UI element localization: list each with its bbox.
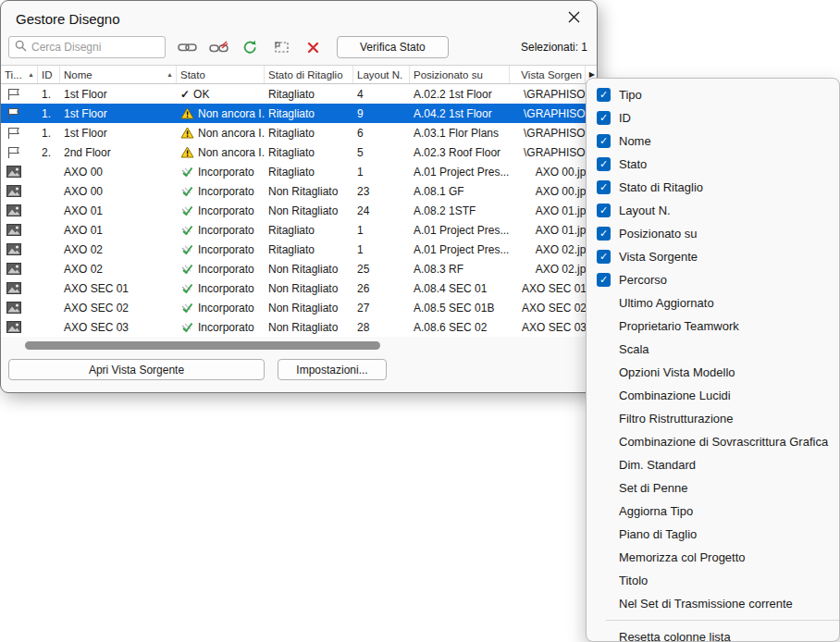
settings-button[interactable]: Impostazioni...: [278, 359, 387, 380]
table-row[interactable]: AXO 00IncorporatoRitagliato1A.01 Project…: [1, 162, 597, 181]
menu-item-memorizza-col-progetto[interactable]: Memorizza col Progetto: [587, 546, 839, 569]
menu-item-posizionato-su[interactable]: ✓Posizionato su: [587, 222, 839, 245]
table-row[interactable]: AXO SEC 03IncorporatoNon Ritagliato28A.0…: [1, 317, 597, 337]
unchecked-checkbox: [597, 296, 611, 310]
menu-item-ultimo-aggiornato[interactable]: Ultimo Aggiornato: [587, 291, 839, 315]
menu-item-nel-set-di-trasmissione-corrente[interactable]: Nel Set di Trasmissione corrente: [587, 592, 839, 615]
cell-layout-number: 6: [353, 123, 410, 142]
cell-status: Incorporato: [177, 298, 265, 317]
table-row[interactable]: AXO 00IncorporatoNon Ritagliato23A.08.1 …: [1, 181, 597, 201]
drawing-manager-dialog: Gestore Disegno Verifica Stato Seleziona…: [0, 0, 598, 393]
table-row[interactable]: 1.1st FloorNon ancora I...Ritagliato9A.0…: [1, 104, 597, 123]
image-icon: [6, 263, 21, 275]
toolbar-icons: [175, 36, 326, 58]
cell-placed-on: A.04.2 1st Floor: [410, 104, 510, 123]
table-row[interactable]: AXO 01IncorporatoNon Ritagliato24A.08.2 …: [1, 201, 597, 220]
cell-placed-on: A.01 Project Pres...: [410, 162, 510, 181]
horizontal-scrollbar-thumb[interactable]: [25, 341, 380, 350]
table-row[interactable]: AXO SEC 01IncorporatoNon Ritagliato26A.0…: [1, 278, 597, 298]
table-row[interactable]: AXO 02IncorporatoNon Ritagliato25A.08.3 …: [1, 259, 597, 278]
cell-name: AXO 00: [60, 181, 177, 201]
search-box[interactable]: [8, 36, 166, 58]
cell-name: AXO SEC 02: [60, 298, 177, 317]
menu-item-label: Combinazione Lucidi: [619, 389, 731, 402]
column-header-stato-di-ritaglio[interactable]: Stato di Ritaglio: [265, 66, 353, 83]
column-header-vista-sorgen[interactable]: Vista Sorgen: [510, 66, 586, 83]
unchecked-checkbox: [597, 342, 611, 356]
column-header-posizionato-su[interactable]: Posizionato su: [410, 66, 510, 83]
table-row[interactable]: AXO SEC 02IncorporatoNon Ritagliato27A.0…: [1, 298, 597, 317]
image-icon: [6, 204, 21, 216]
column-header-nome[interactable]: Nome▲: [60, 66, 177, 83]
cell-status: Incorporato: [177, 317, 265, 337]
link-drawing-button[interactable]: [175, 36, 200, 58]
column-header-ti[interactable]: Ti...▲: [1, 66, 38, 83]
menu-item-stato[interactable]: ✓Stato: [587, 153, 839, 176]
menu-item-tipo[interactable]: ✓Tipo: [587, 83, 839, 106]
menu-separator: [606, 620, 839, 621]
table-row[interactable]: AXO 02IncorporatoRitagliato1A.01 Project…: [1, 240, 597, 259]
checked-checkbox-icon: ✓: [597, 111, 611, 125]
menu-item-vista-sorgente[interactable]: ✓Vista Sorgente: [587, 245, 839, 268]
cell-layout-number: 28: [353, 317, 410, 337]
menu-item-stato-di-ritaglio[interactable]: ✓Stato di Ritaglio: [587, 176, 839, 199]
cell-source-view: \GRAPHISOF: [510, 104, 597, 123]
image-icon: [6, 302, 21, 314]
cell-name: AXO 01: [60, 220, 177, 240]
menu-item-proprietario-teamwork[interactable]: Proprietario Teamwork: [587, 315, 839, 338]
cell-id: 1.: [38, 84, 60, 104]
menu-item-piano-di-taglio[interactable]: Piano di Taglio: [587, 523, 839, 546]
cell-type: [1, 84, 38, 104]
embedded-icon: [180, 263, 194, 276]
horizontal-scrollbar[interactable]: [5, 341, 593, 351]
delete-button[interactable]: [301, 36, 326, 58]
menu-item-label: Posizionato su: [619, 227, 698, 241]
unchecked-checkbox: [597, 435, 611, 449]
menu-item-set-di-penne[interactable]: Set di Penne: [587, 476, 839, 500]
table-row[interactable]: 2.2nd FloorNon ancora I...Ritagliato5A.0…: [1, 142, 597, 162]
menu-item-label: Aggiorna Tipo: [619, 504, 693, 518]
menu-item-opzioni-vista-modello[interactable]: Opzioni Vista Modello: [587, 361, 839, 384]
crop-button[interactable]: [269, 36, 294, 58]
cell-placed-on: A.08.6 SEC 02: [410, 317, 510, 337]
titlebar[interactable]: Gestore Disegno: [1, 1, 597, 36]
break-link-button[interactable]: [206, 36, 231, 58]
menu-item-scala[interactable]: Scala: [587, 338, 839, 361]
image-icon: [6, 224, 21, 236]
cell-placed-on: A.08.3 RF: [410, 259, 510, 278]
unchecked-checkbox: [597, 504, 611, 518]
menu-item-resetta-colonne-lista[interactable]: Resetta colonne lista: [587, 625, 839, 642]
checked-checkbox-icon: ✓: [597, 273, 611, 287]
menu-item-label: Opzioni Vista Modello: [619, 365, 735, 379]
table-row[interactable]: 1.1st FloorNon ancora I...Ritagliato6A.0…: [1, 123, 597, 142]
unchecked-checkbox: [597, 597, 611, 611]
column-header-layout-n[interactable]: Layout N.: [353, 66, 410, 83]
close-icon: [568, 11, 580, 26]
menu-item-percorso[interactable]: ✓Percorso: [587, 268, 839, 291]
column-header-id[interactable]: ID: [38, 66, 60, 83]
embedded-icon: [180, 166, 194, 179]
menu-item-dim-standard[interactable]: Dim. Standard: [587, 453, 839, 476]
table-row[interactable]: AXO 01IncorporatoRitagliato1A.01 Project…: [1, 220, 597, 240]
update-status-button[interactable]: [238, 36, 263, 58]
cell-status: Non ancora I...: [177, 142, 265, 162]
menu-item-combinazione-di-sovrascrittura-grafica[interactable]: Combinazione di Sovrascrittura Grafica: [587, 430, 839, 453]
search-input[interactable]: [31, 41, 159, 54]
menu-item-titolo[interactable]: Titolo: [587, 569, 839, 592]
menu-item-layout-n[interactable]: ✓Layout N.: [587, 199, 839, 222]
menu-item-label: Percorso: [619, 273, 667, 287]
cell-id: [38, 317, 60, 337]
table-row[interactable]: 1.1st Floor✓OKRitagliato4A.02.2 1st Floo…: [1, 84, 597, 104]
open-source-view-button[interactable]: Apri Vista Sorgente: [8, 359, 265, 380]
close-button[interactable]: [558, 5, 589, 32]
menu-item-label: Ultimo Aggiornato: [619, 296, 714, 310]
menu-item-combinazione-lucidi[interactable]: Combinazione Lucidi: [587, 384, 839, 407]
menu-item-aggiorna-tipo[interactable]: Aggiorna Tipo: [587, 500, 839, 523]
cell-name: AXO SEC 03: [60, 317, 177, 337]
menu-item-filtro-ristrutturazione[interactable]: Filtro Ristrutturazione: [587, 407, 839, 430]
cell-placed-on: A.01 Project Pres...: [410, 220, 510, 240]
menu-item-id[interactable]: ✓ID: [587, 106, 839, 130]
menu-item-nome[interactable]: ✓Nome: [587, 130, 839, 153]
verify-status-button[interactable]: Verifica Stato: [337, 36, 449, 58]
column-header-stato[interactable]: Stato: [177, 66, 265, 83]
